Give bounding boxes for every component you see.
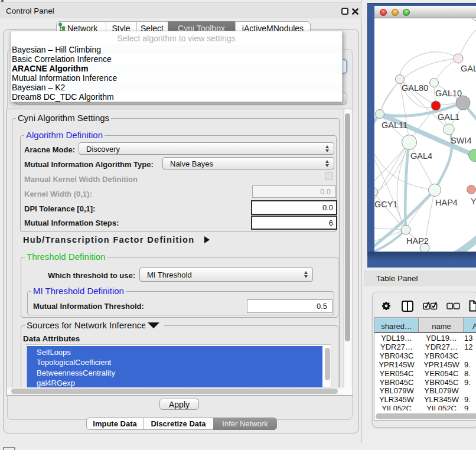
svg-text:GAL80: GAL80 [402, 83, 428, 93]
svg-text:GAL1: GAL1 [438, 112, 459, 122]
svg-text:GAL4: GAL4 [410, 151, 432, 161]
svg-text:Y: Y [471, 197, 476, 206]
svg-text:GAL: GAL [461, 64, 476, 73]
svg-text:HAP2: HAP2 [406, 236, 429, 246]
svg-text:GAL11: GAL11 [382, 120, 407, 130]
svg-text:GCY1: GCY1 [374, 200, 398, 209]
svg-text:GAL10: GAL10 [435, 89, 462, 98]
svg-text:HAP4: HAP4 [435, 198, 458, 207]
svg-text:SWI4: SWI4 [451, 136, 471, 145]
